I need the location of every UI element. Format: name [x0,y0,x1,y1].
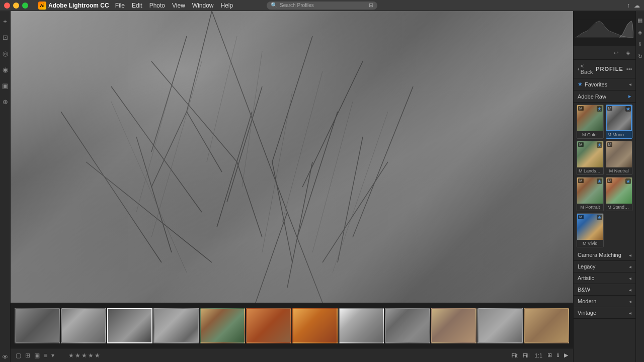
profile-m-badge: M [578,215,584,219]
film-thumb[interactable] [15,308,60,343]
develop-icon[interactable]: ◈ [636,28,644,36]
profile-star-icon[interactable]: ★ [597,106,602,112]
profiles-scroll[interactable]: ★ Favorites ◂ Adobe Raw ▸ M ★ M Color [574,78,635,362]
history-icon[interactable]: ↩ [611,48,620,57]
main-image [11,11,573,303]
menu-window[interactable]: Window [192,2,214,9]
profile-neutral[interactable]: M M Neutral [606,141,633,175]
profile-neutral-label: M Neutral [606,167,632,174]
radial-icon[interactable]: ◉ [0,64,10,74]
left-sidebar: + ⊡ ◎ ◉ ▣ ⊕ 👁 [0,11,11,362]
grid-view-icon[interactable]: ⊞ [547,352,552,358]
window-controls [4,3,28,9]
minimize-button[interactable] [13,3,19,9]
profile-m-badge: M [578,142,584,147]
cloud-icon[interactable]: ☁ [634,2,640,9]
profile-color-label: M Color [577,131,603,138]
menu-items: File Edit Photo View Window Help [115,2,233,9]
bw-title: B&W [578,287,629,293]
profile-star-icon[interactable]: ★ [625,178,631,184]
profile-color[interactable]: M ★ M Color [577,105,604,139]
profile-landscape[interactable]: M ★ M Landscape [577,141,604,175]
activity-icon[interactable]: ↻ [636,52,644,60]
menu-photo[interactable]: Photo [149,2,165,9]
film-thumb[interactable] [385,308,430,343]
film-thumb[interactable] [339,308,384,343]
profile-star-icon[interactable]: ★ [625,106,631,112]
view-sort-icon[interactable]: ≡ [44,352,47,359]
back-button[interactable]: ‹ < Back [578,63,593,75]
panel-menu-button[interactable]: ••• [626,66,632,72]
close-button[interactable] [4,3,10,9]
slideshow-icon[interactable]: ▶ [564,352,568,358]
menu-help[interactable]: Help [221,2,233,9]
share-icon[interactable]: ↑ [627,2,630,9]
film-thumb[interactable] [61,308,106,343]
view-filter-icon[interactable]: ▾ [51,352,54,359]
film-thumb[interactable] [200,308,245,343]
film-thumb[interactable] [292,308,338,343]
camera-matching-arrow: ◂ [629,252,631,258]
profile-portrait-thumb: M ★ [577,177,603,204]
star-5[interactable]: ★ [95,352,100,359]
filmstrip [11,303,573,348]
film-thumb[interactable] [107,308,152,343]
right-panel-icons: ↩ ◈ [574,46,635,60]
star-2[interactable]: ★ [75,352,80,359]
info-icon[interactable]: ℹ [557,352,559,358]
adobe-raw-collapse-arrow: ▸ [628,93,631,100]
snapshots-icon[interactable]: ◈ [623,48,632,57]
bw-section[interactable]: B&W ◂ [574,284,635,296]
view-compare-icon[interactable]: ▣ [34,352,40,359]
brush-icon[interactable]: ⊕ [0,97,10,107]
profile-star-icon[interactable]: ★ [597,215,602,220]
profile-portrait[interactable]: M ★ M Portrait [577,177,604,211]
favorites-section-header[interactable]: ★ Favorites ◂ [574,78,635,90]
menu-edit[interactable]: Edit [132,2,142,9]
image-overlay [11,11,573,303]
menu-file[interactable]: File [115,2,125,9]
modern-title: Modern [578,298,629,304]
histogram-icon[interactable]: ▦ [636,16,644,24]
film-thumb[interactable] [246,308,291,343]
menu-view[interactable]: View [172,2,185,9]
profile-standard[interactable]: M ★ M Standard v2 [606,177,633,211]
modern-section[interactable]: Modern ◂ [574,296,635,307]
gradient-icon[interactable]: ▣ [0,80,10,90]
star-4[interactable]: ★ [88,352,94,359]
film-thumb[interactable] [153,308,199,343]
star-1[interactable]: ★ [68,352,74,359]
artistic-section[interactable]: Artistic ◂ [574,273,635,284]
view-grid-icon[interactable]: ⊞ [25,352,30,359]
healing-icon[interactable]: ◎ [0,48,10,58]
profile-vivid[interactable]: M ★ M Vivid [577,213,604,247]
ratio-button[interactable]: 1:1 [535,352,542,358]
bw-arrow: ◂ [629,287,631,293]
fit-button[interactable]: Fit [511,352,517,358]
tools-icon[interactable]: + [0,16,10,26]
filter-icon[interactable]: ⊟ [369,2,373,9]
star-3[interactable]: ★ [82,352,87,359]
search-bar[interactable]: 🔍 Search Profiles ⊟ [267,2,377,10]
film-thumb[interactable] [431,308,476,343]
eye-icon[interactable]: 👁 [0,352,10,362]
camera-matching-section[interactable]: Camera Matching ◂ [574,249,635,261]
info-panel-icon[interactable]: ℹ [636,40,644,48]
maximize-button[interactable] [22,3,28,9]
adobe-raw-section-header[interactable]: Adobe Raw ▸ [574,90,635,103]
fill-button[interactable]: Fill [523,352,530,358]
profile-monochrome-label: M Monochrome [606,131,632,138]
film-thumb[interactable] [524,308,569,343]
crop-icon[interactable]: ⊡ [0,32,10,42]
far-right-strip: ▦ ◈ ℹ ↻ [635,11,644,362]
vintage-section[interactable]: Vintage ◂ [574,307,635,319]
film-thumb[interactable] [477,308,523,343]
profile-star-icon[interactable]: ★ [597,142,602,148]
legacy-section[interactable]: Legacy ◂ [574,261,635,273]
profile-star-icon[interactable]: ★ [597,178,602,184]
profile-vivid-thumb: M ★ [577,214,603,240]
view-single-icon[interactable]: ▢ [16,352,21,359]
app-name: Ai Adobe Lightroom CC [38,2,109,10]
profile-monochrome[interactable]: M ★ M Monochrome [606,105,633,139]
profile-landscape-thumb: M ★ [577,141,603,167]
